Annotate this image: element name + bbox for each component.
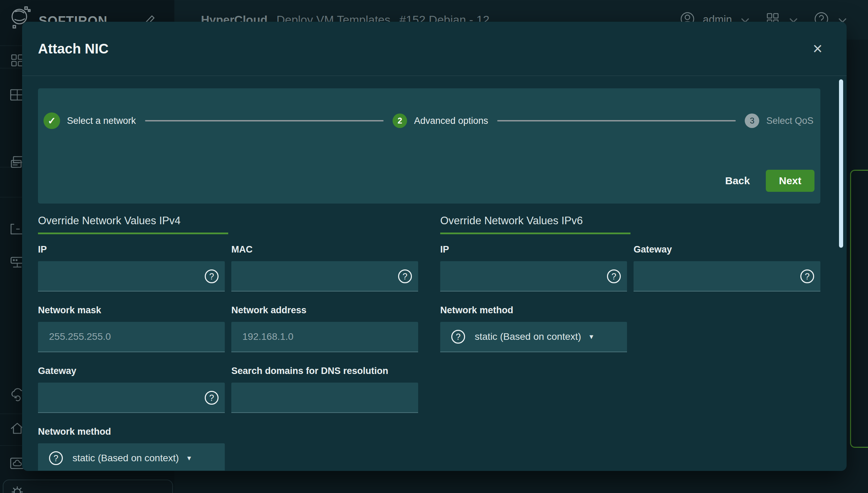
next-button[interactable]: Next (766, 170, 814, 192)
help-icon[interactable]: ? (205, 391, 219, 405)
ipv4-section: Override Network Values IPv4 IP ? MAC (38, 215, 418, 471)
help-icon[interactable]: ? (398, 269, 412, 283)
ipv4-gateway-input[interactable] (38, 383, 225, 413)
ipv6-gateway-input[interactable] (634, 261, 820, 292)
ipv4-ip-input[interactable] (38, 261, 225, 292)
background-focused-panel (850, 170, 868, 448)
field-ipv4-ip: IP ? (38, 243, 225, 292)
select-value: static (Based on context) (73, 453, 179, 464)
ipv4-section-title: Override Network Values IPv4 (38, 215, 418, 227)
help-icon[interactable]: ? (49, 451, 63, 465)
field-label: Network mask (38, 303, 225, 317)
ipv6-ip-input[interactable] (440, 261, 627, 292)
help-icon[interactable]: ? (451, 330, 465, 344)
caret-down-icon: ▾ (187, 454, 191, 463)
field-label: Network address (231, 303, 418, 317)
field-label: Gateway (634, 243, 820, 256)
ipv4-section-underline (38, 233, 228, 234)
modal-scrollbar-thumb[interactable] (839, 79, 843, 248)
wizard-card: ✓ Select a network 2 Advanced options 3 … (38, 88, 820, 204)
field-label: Search domains for DNS resolution (231, 364, 418, 378)
wizard-stepper: ✓ Select a network 2 Advanced options 3 … (44, 88, 813, 129)
help-icon[interactable]: ? (205, 269, 219, 283)
step-label: Select a network (67, 116, 136, 126)
field-ipv6-gateway: Gateway ? (634, 243, 820, 292)
attach-nic-dialog: Attach NIC × ✓ Select a network 2 Advanc… (22, 22, 847, 471)
step-number: 2 (393, 114, 407, 128)
dialog-header: Attach NIC × (22, 22, 847, 76)
help-icon[interactable]: ? (800, 269, 814, 283)
dialog-body: ✓ Select a network 2 Advanced options 3 … (22, 76, 847, 471)
ipv4-dns-domains-input[interactable] (231, 383, 418, 413)
ipv6-section: Override Network Values IPv6 IP ? Gatewa… (440, 215, 820, 471)
select-value: static (Based on context) (475, 331, 581, 342)
step-label: Advanced options (414, 116, 488, 126)
field-ipv4-netaddr: Network address (231, 303, 418, 352)
field-label: Network method (38, 425, 225, 438)
step-advanced-options[interactable]: 2 Advanced options (393, 114, 488, 128)
field-label: Network method (440, 303, 627, 317)
help-icon[interactable]: ? (607, 269, 621, 283)
ipv6-section-title: Override Network Values IPv6 (440, 215, 820, 227)
field-ipv6-network-method: Network method ? static (Based on contex… (440, 303, 627, 352)
gear-icon[interactable] (9, 484, 26, 493)
step-select-qos[interactable]: 3 Select QoS (745, 114, 813, 128)
ipv4-netmask-input[interactable] (38, 322, 225, 352)
close-icon[interactable]: × (811, 40, 824, 57)
ipv6-network-method-select[interactable]: ? static (Based on context) ▾ (440, 322, 627, 352)
field-ipv4-netmask: Network mask (38, 303, 225, 352)
step-number: 3 (745, 114, 759, 128)
ipv6-section-underline (440, 233, 630, 234)
field-label: MAC (231, 243, 418, 256)
field-label: IP (38, 243, 225, 256)
field-ipv4-network-method: Network method ? static (Based on contex… (38, 425, 225, 471)
stepper-connector (497, 120, 736, 121)
back-button[interactable]: Back (713, 170, 762, 191)
step-complete-check-icon: ✓ (44, 112, 60, 129)
field-ipv4-dns-domains: Search domains for DNS resolution (231, 364, 418, 413)
field-ipv4-mac: MAC ? (231, 243, 418, 292)
screen: SOFTIRON (0, 0, 868, 493)
ipv4-mac-input[interactable] (231, 261, 418, 292)
dialog-title: Attach NIC (38, 41, 108, 57)
ipv4-network-address-input[interactable] (231, 322, 418, 352)
stepper-connector (145, 120, 384, 121)
field-label: Gateway (38, 364, 225, 378)
wizard-actions: Back Next (713, 170, 814, 192)
field-label: IP (440, 243, 627, 256)
caret-down-icon: ▾ (589, 332, 593, 341)
step-select-network[interactable]: ✓ Select a network (44, 112, 136, 129)
sidebar-settings-section (3, 480, 173, 493)
field-ipv6-ip: IP ? (440, 243, 627, 292)
step-label: Select QoS (766, 116, 813, 126)
field-ipv4-gateway: Gateway ? (38, 364, 225, 413)
ipv4-network-method-select[interactable]: ? static (Based on context) ▾ (38, 443, 225, 471)
